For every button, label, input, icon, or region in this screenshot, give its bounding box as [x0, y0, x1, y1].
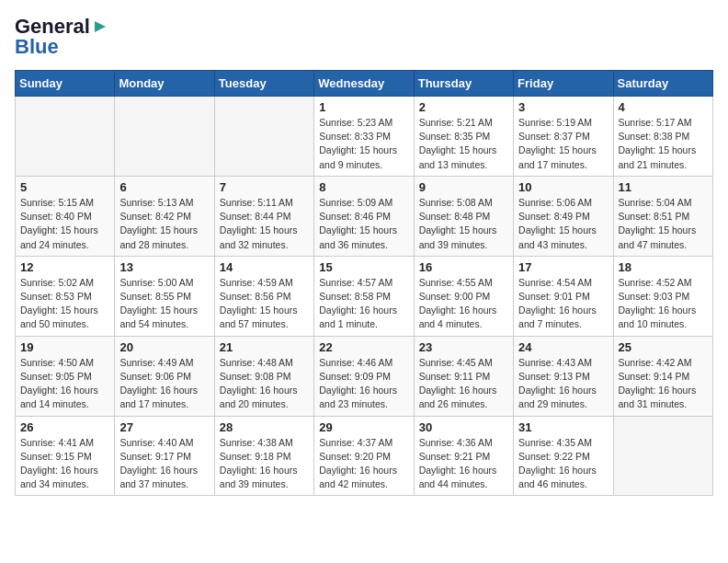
day-info: Sunrise: 4:40 AMSunset: 9:17 PMDaylight:…	[119, 436, 209, 492]
day-info: Sunrise: 5:17 AMSunset: 8:38 PMDaylight:…	[619, 116, 708, 172]
day-number: 12	[20, 260, 109, 274]
day-number: 1	[319, 100, 408, 114]
day-info: Sunrise: 5:23 AMSunset: 8:33 PMDaylight:…	[319, 116, 408, 172]
calendar-week-row: 1Sunrise: 5:23 AMSunset: 8:33 PMDaylight…	[16, 97, 713, 177]
day-info: Sunrise: 4:41 AMSunset: 9:15 PMDaylight:…	[20, 436, 109, 492]
day-number: 23	[419, 340, 508, 354]
calendar-cell: 16Sunrise: 4:55 AMSunset: 9:00 PMDayligh…	[414, 256, 513, 336]
day-number: 27	[119, 420, 209, 434]
day-info: Sunrise: 4:54 AMSunset: 9:01 PMDaylight:…	[518, 276, 608, 332]
calendar-table: SundayMondayTuesdayWednesdayThursdayFrid…	[15, 70, 713, 496]
day-info: Sunrise: 5:19 AMSunset: 8:37 PMDaylight:…	[518, 116, 608, 172]
day-number: 3	[518, 100, 608, 114]
day-number: 22	[319, 340, 408, 354]
day-number: 11	[619, 180, 708, 194]
day-info: Sunrise: 4:52 AMSunset: 9:03 PMDaylight:…	[619, 276, 708, 332]
calendar-week-row: 5Sunrise: 5:15 AMSunset: 8:40 PMDaylight…	[16, 176, 713, 256]
day-number: 30	[419, 420, 508, 434]
day-number: 6	[119, 180, 209, 194]
day-of-week-header: Thursday	[414, 71, 513, 97]
day-info: Sunrise: 5:04 AMSunset: 8:51 PMDaylight:…	[619, 196, 708, 252]
day-number: 14	[220, 260, 309, 274]
calendar-cell: 26Sunrise: 4:41 AMSunset: 9:15 PMDayligh…	[16, 416, 115, 496]
calendar-cell: 7Sunrise: 5:11 AMSunset: 8:44 PMDaylight…	[214, 176, 313, 256]
day-number: 20	[119, 340, 209, 354]
day-number: 4	[619, 100, 708, 114]
day-info: Sunrise: 5:21 AMSunset: 8:35 PMDaylight:…	[419, 116, 508, 172]
calendar-cell: 9Sunrise: 5:08 AMSunset: 8:48 PMDaylight…	[414, 176, 513, 256]
day-number: 5	[20, 180, 109, 194]
calendar-cell: 15Sunrise: 4:57 AMSunset: 8:58 PMDayligh…	[314, 256, 414, 336]
day-number: 16	[419, 260, 508, 274]
calendar-week-row: 19Sunrise: 4:50 AMSunset: 9:05 PMDayligh…	[16, 336, 713, 416]
calendar-cell: 24Sunrise: 4:43 AMSunset: 9:13 PMDayligh…	[514, 336, 613, 416]
calendar-cell: 23Sunrise: 4:45 AMSunset: 9:11 PMDayligh…	[414, 336, 513, 416]
calendar-cell: 17Sunrise: 4:54 AMSunset: 9:01 PMDayligh…	[514, 256, 613, 336]
day-number: 24	[518, 340, 608, 354]
calendar-cell	[613, 416, 712, 496]
day-number: 19	[20, 340, 109, 354]
calendar-cell: 14Sunrise: 4:59 AMSunset: 8:56 PMDayligh…	[214, 256, 313, 336]
calendar-cell: 6Sunrise: 5:13 AMSunset: 8:42 PMDaylight…	[115, 176, 214, 256]
day-number: 25	[619, 340, 708, 354]
day-info: Sunrise: 4:50 AMSunset: 9:05 PMDaylight:…	[20, 356, 109, 412]
day-number: 15	[319, 260, 408, 274]
day-number: 2	[419, 100, 508, 114]
svg-marker-0	[95, 21, 106, 32]
day-info: Sunrise: 5:02 AMSunset: 8:53 PMDaylight:…	[20, 276, 109, 332]
day-info: Sunrise: 5:11 AMSunset: 8:44 PMDaylight:…	[220, 196, 309, 252]
calendar-cell: 2Sunrise: 5:21 AMSunset: 8:35 PMDaylight…	[414, 97, 513, 177]
day-number: 17	[518, 260, 608, 274]
calendar-cell: 20Sunrise: 4:49 AMSunset: 9:06 PMDayligh…	[115, 336, 214, 416]
day-info: Sunrise: 4:42 AMSunset: 9:14 PMDaylight:…	[619, 356, 708, 412]
page-header: General Blue	[15, 15, 713, 59]
calendar-cell: 25Sunrise: 4:42 AMSunset: 9:14 PMDayligh…	[613, 336, 712, 416]
calendar-cell	[16, 97, 115, 177]
day-of-week-header: Sunday	[16, 71, 115, 97]
day-info: Sunrise: 5:13 AMSunset: 8:42 PMDaylight:…	[119, 196, 209, 252]
day-info: Sunrise: 5:15 AMSunset: 8:40 PMDaylight:…	[20, 196, 109, 252]
calendar-header-row: SundayMondayTuesdayWednesdayThursdayFrid…	[16, 71, 713, 97]
day-number: 8	[319, 180, 408, 194]
calendar-week-row: 26Sunrise: 4:41 AMSunset: 9:15 PMDayligh…	[16, 416, 713, 496]
calendar-cell: 27Sunrise: 4:40 AMSunset: 9:17 PMDayligh…	[115, 416, 214, 496]
calendar-cell: 31Sunrise: 4:35 AMSunset: 9:22 PMDayligh…	[514, 416, 613, 496]
calendar-cell: 30Sunrise: 4:36 AMSunset: 9:21 PMDayligh…	[414, 416, 513, 496]
calendar-cell: 3Sunrise: 5:19 AMSunset: 8:37 PMDaylight…	[514, 97, 613, 177]
day-number: 21	[220, 340, 309, 354]
day-of-week-header: Saturday	[613, 71, 712, 97]
day-info: Sunrise: 4:55 AMSunset: 9:00 PMDaylight:…	[419, 276, 508, 332]
calendar-cell: 11Sunrise: 5:04 AMSunset: 8:51 PMDayligh…	[613, 176, 712, 256]
calendar-cell: 1Sunrise: 5:23 AMSunset: 8:33 PMDaylight…	[314, 97, 414, 177]
calendar-cell: 19Sunrise: 4:50 AMSunset: 9:05 PMDayligh…	[16, 336, 115, 416]
calendar-cell: 5Sunrise: 5:15 AMSunset: 8:40 PMDaylight…	[16, 176, 115, 256]
day-of-week-header: Wednesday	[314, 71, 414, 97]
logo-arrow-icon	[91, 17, 109, 36]
day-number: 18	[619, 260, 708, 274]
day-info: Sunrise: 4:43 AMSunset: 9:13 PMDaylight:…	[518, 356, 608, 412]
calendar-cell: 4Sunrise: 5:17 AMSunset: 8:38 PMDaylight…	[613, 97, 712, 177]
calendar-cell	[214, 97, 313, 177]
calendar-cell: 10Sunrise: 5:06 AMSunset: 8:49 PMDayligh…	[514, 176, 613, 256]
day-number: 31	[518, 420, 608, 434]
calendar-cell: 22Sunrise: 4:46 AMSunset: 9:09 PMDayligh…	[314, 336, 414, 416]
day-number: 13	[119, 260, 209, 274]
day-info: Sunrise: 4:45 AMSunset: 9:11 PMDaylight:…	[419, 356, 508, 412]
calendar-cell: 21Sunrise: 4:48 AMSunset: 9:08 PMDayligh…	[214, 336, 313, 416]
logo-blue: Blue	[15, 35, 59, 59]
day-of-week-header: Friday	[514, 71, 613, 97]
day-info: Sunrise: 4:35 AMSunset: 9:22 PMDaylight:…	[518, 436, 608, 492]
day-of-week-header: Tuesday	[214, 71, 313, 97]
day-info: Sunrise: 5:06 AMSunset: 8:49 PMDaylight:…	[518, 196, 608, 252]
day-of-week-header: Monday	[115, 71, 214, 97]
calendar-cell	[115, 97, 214, 177]
day-info: Sunrise: 5:00 AMSunset: 8:55 PMDaylight:…	[119, 276, 209, 332]
calendar-cell: 28Sunrise: 4:38 AMSunset: 9:18 PMDayligh…	[214, 416, 313, 496]
calendar-cell: 18Sunrise: 4:52 AMSunset: 9:03 PMDayligh…	[613, 256, 712, 336]
day-info: Sunrise: 5:09 AMSunset: 8:46 PMDaylight:…	[319, 196, 408, 252]
day-number: 26	[20, 420, 109, 434]
day-info: Sunrise: 4:36 AMSunset: 9:21 PMDaylight:…	[419, 436, 508, 492]
day-info: Sunrise: 4:59 AMSunset: 8:56 PMDaylight:…	[220, 276, 309, 332]
day-info: Sunrise: 4:46 AMSunset: 9:09 PMDaylight:…	[319, 356, 408, 412]
day-info: Sunrise: 4:57 AMSunset: 8:58 PMDaylight:…	[319, 276, 408, 332]
